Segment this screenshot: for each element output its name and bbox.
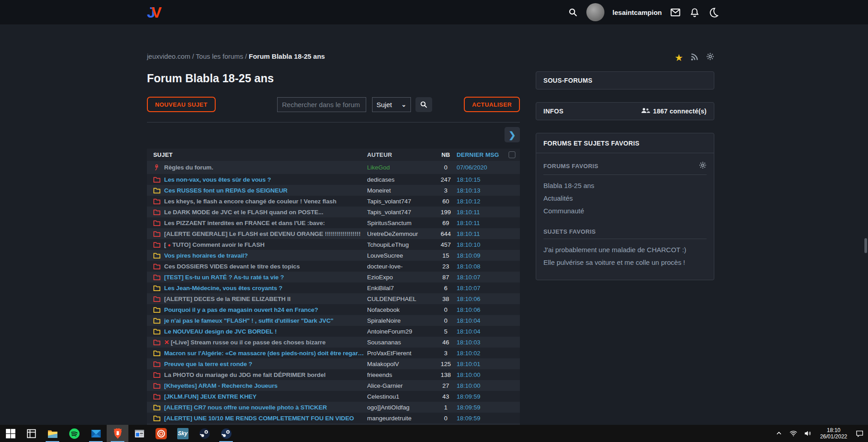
topic-title[interactable]: je n'ai pas le fameux "FLASH" ! , suffit…	[164, 317, 367, 324]
favorite-star-icon[interactable]: ★	[675, 53, 683, 62]
topic-last-msg-time[interactable]: 18:10:08	[457, 263, 504, 270]
settings-gear-icon[interactable]	[706, 52, 714, 62]
topic-title[interactable]: La PHOTO du mariage du JDG me fait DÉPRI…	[164, 371, 367, 378]
search-icon[interactable]	[567, 7, 578, 18]
topic-author[interactable]: frieeends	[367, 371, 435, 378]
table-row[interactable]: [ALERTE] DECES de la REINE ELIZABETH IIC…	[147, 293, 520, 304]
rss-icon[interactable]	[690, 52, 699, 63]
sky-taskbar-icon[interactable]: Sky	[172, 425, 193, 442]
forum-search-input[interactable]	[277, 97, 366, 112]
topic-last-msg-time[interactable]: 18:09:59	[457, 393, 504, 400]
topic-author[interactable]: docteur-love-	[367, 263, 435, 270]
table-row[interactable]: [ ● TUTO] Comment avoir le FLASHTchoupiL…	[147, 239, 520, 250]
topic-author[interactable]: Sousananas	[367, 339, 435, 346]
topic-last-msg-time[interactable]: 18:10:00	[457, 371, 504, 378]
topic-last-msg-time[interactable]: 18:09:59	[457, 404, 504, 411]
topic-title[interactable]: ✕ [▪Live] Stream russe ou il ce passe de…	[164, 339, 367, 346]
topic-title[interactable]: [JKLM.FUN] JEUX ENTRE KHEY	[164, 393, 367, 400]
favorites-gear-icon[interactable]	[699, 161, 707, 171]
topic-last-msg-time[interactable]: 18:10:04	[457, 328, 504, 335]
table-row[interactable]: Pourquoi il y a pas de magasin ouvert h2…	[147, 304, 520, 315]
topic-title[interactable]: Règles du forum.	[164, 164, 367, 171]
file-explorer-taskbar-icon[interactable]	[42, 425, 63, 442]
spotify-taskbar-icon[interactable]	[63, 425, 85, 442]
topic-last-msg-time[interactable]: 18:10:06	[457, 306, 504, 313]
search-submit-button[interactable]	[415, 97, 432, 112]
topic-author[interactable]: LikeGod	[367, 164, 435, 171]
topic-author[interactable]: MalakopolV	[367, 361, 435, 367]
tray-chevron-icon[interactable]	[773, 428, 785, 439]
start-button[interactable]	[0, 425, 21, 442]
topic-author[interactable]: EnkiBilal7	[367, 285, 435, 292]
select-all-checkbox[interactable]	[509, 151, 515, 158]
user-avatar[interactable]	[586, 3, 604, 21]
sous-forums-panel[interactable]: SOUS-FORUMS	[536, 71, 714, 89]
refresh-button[interactable]: ACTUALISER	[464, 97, 520, 112]
topic-author[interactable]: mangeurdetruite	[367, 415, 435, 422]
topic-title[interactable]: [ALERTE] CR7 nous offre une nouvelle pho…	[164, 404, 367, 411]
infos-panel[interactable]: INFOS 1867 connecté(s)	[536, 102, 714, 120]
topic-last-msg-time[interactable]: 18:10:10	[457, 241, 504, 248]
topic-last-msg-time[interactable]: 18:10:12	[457, 198, 504, 205]
topic-title[interactable]: Les non-vax, vous êtes sûr de vous ?	[164, 176, 367, 183]
topic-author[interactable]: Tapis_volant747	[367, 209, 435, 216]
topic-last-msg-time[interactable]: 18:10:06	[457, 296, 504, 302]
topic-title[interactable]: Vos pires horaires de travail?	[164, 252, 367, 259]
table-row[interactable]: Macron sur l'Algérie: «Ce massacre (des …	[147, 348, 520, 358]
topic-last-msg-time[interactable]: 18:10:03	[457, 339, 504, 346]
topic-title[interactable]: Les Jean-Médecine, vous êtes croyants ?	[164, 285, 367, 292]
table-row[interactable]: [ALERTE GENERALE] Le FLASH est DEVENU OR…	[147, 228, 520, 239]
topic-last-msg-time[interactable]: 18:10:07	[457, 274, 504, 281]
action-center-icon[interactable]	[854, 428, 865, 439]
window-app-taskbar-icon[interactable]	[128, 425, 150, 442]
topic-author[interactable]: SpiraleNoire	[367, 317, 435, 324]
mail-icon[interactable]	[670, 7, 681, 18]
dark-mode-icon[interactable]	[708, 7, 719, 18]
table-row[interactable]: Les Jean-Médecine, vous êtes croyants ?E…	[147, 282, 520, 293]
topic-title[interactable]: Ces RUSSES font un REPAS de SEIGNEUR	[164, 187, 367, 194]
topic-last-msg-time[interactable]: 18:10:00	[457, 382, 504, 389]
topic-last-msg-time[interactable]: 18:10:11	[457, 230, 504, 237]
topic-author[interactable]: Moneiret	[367, 187, 435, 194]
table-row[interactable]: ✕ [▪Live] Stream russe ou il ce passe de…	[147, 337, 520, 348]
favorite-topic-link[interactable]: J'ai probablement une maladie de CHARCOT…	[543, 244, 707, 256]
username-label[interactable]: lesaintcampion	[613, 9, 662, 16]
task-view-button[interactable]	[21, 425, 42, 442]
topic-title[interactable]: [Kheyettes] ARAM - Recherche Joueurs	[164, 382, 367, 389]
topic-author[interactable]: dedicases	[367, 176, 435, 183]
breadcrumb-forums[interactable]: Tous les forums	[196, 52, 243, 60]
topic-author[interactable]: Celestinou1	[367, 393, 435, 400]
topic-last-msg-time[interactable]: 18:10:01	[457, 361, 504, 367]
topic-title[interactable]: Macron sur l'Algérie: «Ce massacre (des …	[164, 350, 367, 357]
table-row[interactable]: [ALERTE] CR7 nous offre une nouvelle pho…	[147, 402, 520, 413]
favorite-forum-link[interactable]: Communauté	[543, 205, 707, 217]
topic-title[interactable]: Ces DOSSIERS VIDES devant le titre des t…	[164, 263, 367, 270]
topic-author[interactable]: CULDENEPHAEL	[367, 296, 435, 302]
topic-author[interactable]: SpiritusSanctum	[367, 220, 435, 226]
table-row[interactable]: Ces RUSSES font un REPAS de SEIGNEURMone…	[147, 185, 520, 196]
bell-icon[interactable]	[689, 7, 700, 18]
topic-author[interactable]: Tapis_volant747	[367, 198, 435, 205]
topic-last-msg-time[interactable]: 18:10:11	[457, 220, 504, 226]
table-row[interactable]: Le NOUVEAU design de JVC BORDEL !Antoine…	[147, 326, 520, 337]
topic-author[interactable]: ogo]]AntiOIdfag	[367, 404, 435, 411]
favorite-topic-link[interactable]: Elle pulvérise sa voiture et me colle un…	[543, 256, 707, 269]
table-row[interactable]: Les non-vax, vous êtes sûr de vous ?dedi…	[147, 174, 520, 185]
topic-title[interactable]: Le DARK MODE de JVC et le FLASH quand on…	[164, 209, 367, 216]
table-row[interactable]: [Kheyettes] ARAM - Recherche JoueursAlic…	[147, 380, 520, 391]
steam-taskbar-icon[interactable]	[193, 425, 215, 442]
topic-title[interactable]: [ALERTE] DECES de la REINE ELIZABETH II	[164, 296, 367, 302]
topic-last-msg-time[interactable]: 07/06/2020	[457, 164, 504, 171]
topic-author[interactable]: TchoupiLeThug	[367, 241, 435, 248]
table-row[interactable]: Ces DOSSIERS VIDES devant le titre des t…	[147, 261, 520, 272]
search-type-select[interactable]: Sujet⌄	[372, 97, 411, 112]
wifi-icon[interactable]	[788, 428, 799, 439]
table-row[interactable]: La PHOTO du mariage du JDG me fait DÉPRI…	[147, 369, 520, 380]
topic-title[interactable]: [TEST] Es-tu un RATÉ ? As-tu raté ta vie…	[164, 274, 367, 281]
table-row[interactable]: Les kheys, le flash a encore changé de c…	[147, 196, 520, 207]
page-scrollbar[interactable]	[864, 238, 867, 253]
table-row[interactable]: je n'ai pas le fameux "FLASH" ! , suffit…	[147, 315, 520, 326]
topic-author[interactable]: LouveSucree	[367, 252, 435, 259]
topic-last-msg-time[interactable]: 18:10:04	[457, 317, 504, 324]
jeuxvideo-logo[interactable]: JV	[147, 4, 161, 21]
